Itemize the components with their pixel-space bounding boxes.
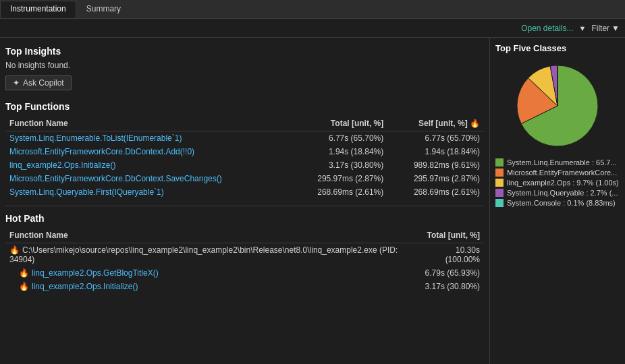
table-row[interactable]: Microsoft.EntityFrameworkCore.DbContext.… [5,145,484,158]
hot-col-function-name: Function Name [5,228,419,243]
right-panel: Top Five Classes System.Linq.Enumerable … [490,38,625,364]
legend-color-swatch [495,189,504,197]
legend-label-text: linq_example2.Ops : 9.7% (1.00s) [507,179,619,187]
legend-item: System.Linq.Queryable : 2.7% (... [495,189,620,197]
legend-label-text: System.Linq.Queryable : 2.7% (... [507,189,618,197]
func-name[interactable]: System.Linq.Queryable.First(IQueryable`1… [5,185,292,199]
table-row[interactable]: System.Linq.Enumerable.ToList(IEnumerabl… [5,131,484,146]
func-total: 268.69ms (2.61%) [292,185,388,199]
col-total: Total [unit, %] [292,116,388,131]
hot-col-total: Total [unit, %] [419,228,484,243]
flame-icon: 🔥 [19,282,29,291]
func-name[interactable]: Microsoft.EntityFrameworkCore.DbContext.… [5,145,292,158]
fire-icon: 🔥 [9,245,20,255]
hot-func-root: 🔥C:\Users\mikejo\source\repos\linq_examp… [5,243,419,267]
open-details-link[interactable]: Open details... [521,24,573,33]
list-item[interactable]: 🔥C:\Users\mikejo\source\repos\linq_examp… [5,243,484,267]
hot-func-total: 6.79s (65.93%) [419,266,484,280]
filter-label: Filter [591,24,609,33]
toolbar: Open details... ▼ Filter ▼ [0,19,625,38]
func-self: 295.97ms (2.87%) [387,172,484,185]
top-functions-table: Function Name Total [unit, %] Self [unit… [5,116,484,199]
ask-copilot-button[interactable]: ✦ Ask Copilot [5,75,72,90]
top-functions-section: Top Functions Function Name Total [unit,… [5,101,484,199]
legend-item: System.Linq.Enumerable : 65.7... [495,158,620,166]
top-functions-title: Top Functions [5,101,484,112]
main-layout: Top Insights No insights found. ✦ Ask Co… [0,38,625,364]
legend-item: System.Console : 0.1% (8.83ms) [495,199,620,207]
filter-button[interactable]: Filter ▼ [591,24,620,33]
pie-chart-container [495,59,620,153]
func-total: 295.97ms (2.87%) [292,172,388,185]
func-self: 989.82ms (9.61%) [387,158,484,172]
col-function-name: Function Name [5,116,292,131]
hot-path-table: Function Name Total [unit, %] 🔥C:\Users\… [5,228,484,293]
hot-path-title: Hot Path [5,213,484,224]
hot-func-total: 10.30s (100.00% [419,243,484,267]
legend-color-swatch [495,169,504,177]
table-row[interactable]: Microsoft.EntityFrameworkCore.DbContext.… [5,172,484,185]
func-self: 268.69ms (2.61%) [387,185,484,199]
func-name[interactable]: System.Linq.Enumerable.ToList(IEnumerabl… [5,131,292,146]
hot-path-section: Hot Path Function Name Total [unit, %] 🔥… [5,213,484,293]
list-item[interactable]: 🔥linq_example2.Ops.GetBlogTitleX() 6.79s… [5,266,484,280]
legend-item: Microsoft.EntityFrameworkCore... [495,169,620,177]
tab-instrumentation[interactable]: Instrumentation [0,1,76,18]
legend-label-text: System.Linq.Enumerable : 65.7... [507,158,617,166]
func-self: 1.94s (18.84%) [387,145,484,158]
tab-bar: Instrumentation Summary [0,0,625,19]
filter-chevron-icon: ▼ [612,24,620,33]
pie-chart-title: Top Five Classes [495,43,620,53]
hot-func-name[interactable]: 🔥linq_example2.Ops.Initialize() [5,280,419,293]
legend-color-swatch [495,179,504,187]
func-name[interactable]: linq_example2.Ops.Initialize() [5,158,292,172]
col-self: Self [unit, %] 🔥 [387,116,484,131]
top-insights-title: Top Insights [5,46,484,57]
no-insights-text: No insights found. [5,61,484,70]
func-self: 6.77s (65.70%) [387,131,484,146]
tab-summary[interactable]: Summary [76,1,131,18]
legend-label-text: Microsoft.EntityFrameworkCore... [507,169,617,177]
filter-icon: ▼ [579,24,587,32]
copilot-icon: ✦ [13,78,20,88]
func-total: 3.17s (30.80%) [292,158,388,172]
hot-func-total: 3.17s (30.80%) [419,280,484,293]
table-row[interactable]: System.Linq.Queryable.First(IQueryable`1… [5,185,484,199]
left-panel: Top Insights No insights found. ✦ Ask Co… [0,38,490,364]
legend: System.Linq.Enumerable : 65.7... Microso… [495,158,620,209]
legend-label-text: System.Console : 0.1% (8.83ms) [507,199,616,207]
legend-color-swatch [495,158,504,166]
separator [5,206,484,206]
func-total: 1.94s (18.84%) [292,145,388,158]
legend-color-swatch [495,199,504,207]
flame-icon: 🔥 [19,268,29,278]
top-insights-section: Top Insights No insights found. ✦ Ask Co… [5,46,484,98]
table-row[interactable]: linq_example2.Ops.Initialize() 3.17s (30… [5,158,484,172]
list-item[interactable]: 🔥linq_example2.Ops.Initialize() 3.17s (3… [5,280,484,293]
ask-copilot-label: Ask Copilot [23,78,64,88]
hot-func-name[interactable]: 🔥linq_example2.Ops.GetBlogTitleX() [5,266,419,280]
func-total: 6.77s (65.70%) [292,131,388,146]
pie-chart-svg [510,59,605,153]
legend-item: linq_example2.Ops : 9.7% (1.00s) [495,179,620,187]
func-name[interactable]: Microsoft.EntityFrameworkCore.DbContext.… [5,172,292,185]
